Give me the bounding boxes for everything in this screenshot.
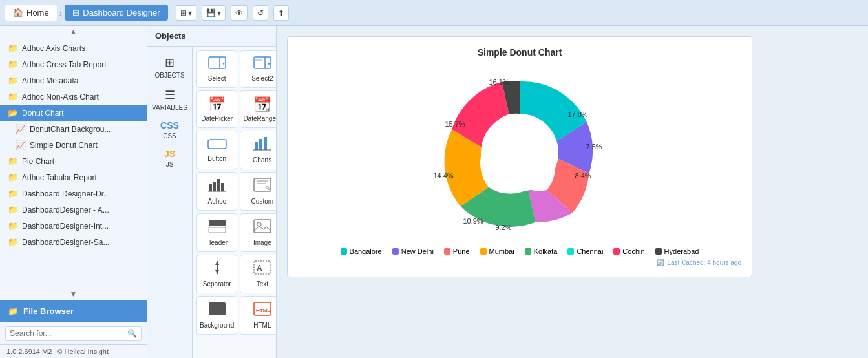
legend-color-pune <box>444 248 450 255</box>
legend-newdelhi: New Delhi <box>392 247 434 255</box>
donut-chart-svg: 17.8% 7.5% 8.4% 9.2% 10.9% 14.4% 15.7% 1… <box>403 65 636 240</box>
file-browser-icon: 📁 <box>8 306 18 316</box>
home-tab[interactable]: 🏠 Home <box>5 5 57 21</box>
button-object[interactable]: Button <box>196 131 237 169</box>
chart-legend: Bangalore New Delhi Pune Mumbai Kolkata <box>298 247 741 255</box>
svg-text:✎: ✎ <box>265 185 270 192</box>
save-tool-button[interactable]: 💾▾ <box>202 5 226 21</box>
header-object[interactable]: Header <box>196 213 237 252</box>
folder-icon: 📁 <box>8 92 18 101</box>
legend-color-cochin <box>613 248 620 255</box>
select-object[interactable]: ▾ Select <box>196 50 237 88</box>
button-icon <box>207 136 227 153</box>
css-icon: CSS <box>160 120 179 131</box>
export-icon: ⬆ <box>278 8 284 17</box>
select2-icon: ▾ <box>253 56 271 73</box>
chart-title: Simple Donut Chart <box>298 47 741 58</box>
separator-object[interactable]: Separator <box>196 255 237 293</box>
scroll-up-button[interactable]: ▲ <box>0 26 147 37</box>
refresh-tool-button[interactable]: ↺ <box>253 5 268 21</box>
cache-note: 🔄 Last Cached: 4 hours ago <box>298 259 741 266</box>
datepicker-icon: 📅 <box>208 96 226 113</box>
svg-text:▾: ▾ <box>222 61 225 67</box>
scroll-down-button[interactable]: ▼ <box>0 288 147 300</box>
save-icon: 💾 <box>206 8 216 17</box>
css-tab[interactable]: CSS CSS <box>150 116 189 143</box>
svg-text:16.1%: 16.1% <box>489 78 509 86</box>
search-icon[interactable]: 🔍 <box>127 329 137 338</box>
dashboard-designer-tab[interactable]: ⊞ Dashboard Designer <box>65 5 167 21</box>
custom-object[interactable]: ✎ Custom <box>240 172 276 211</box>
sidebar-item-adhoc-tabular[interactable]: 📁 Adhoc Tabular Report <box>0 169 147 185</box>
adhoc-object[interactable]: Adhoc <box>196 172 237 211</box>
file-browser-header[interactable]: 📁 File Browser <box>0 300 147 322</box>
open-folder-icon: 📂 <box>8 108 18 118</box>
legend-mumbai: Mumbai <box>480 247 514 255</box>
sidebar-item-dashboard-sa[interactable]: 📁 DashboardDesigner-Sa... <box>0 234 147 250</box>
svg-text:▾: ▾ <box>268 61 270 67</box>
folder-icon: 📁 <box>8 173 18 182</box>
svg-rect-9 <box>259 139 262 150</box>
charts-icon <box>253 136 271 154</box>
objects-tab[interactable]: ⊞ OBJECTS <box>150 52 189 83</box>
objects-grid: ▾ Select ▾ Select2 📅 DatePicker <box>193 47 276 358</box>
cache-icon: 🔄 <box>657 259 664 266</box>
sidebar-item-adhoc-cross-tab[interactable]: 📁 Adhoc Cross Tab Report <box>0 56 147 72</box>
search-input[interactable] <box>10 329 127 338</box>
image-object[interactable]: Image <box>240 213 276 252</box>
background-object[interactable]: Background <box>196 296 237 335</box>
sidebar-item-simple-donut-chart[interactable]: 📈 Simple Donut Chart <box>0 137 147 153</box>
sidebar-item-dashboard-a[interactable]: 📁 DashboardDesigner - A... <box>0 202 147 218</box>
folder-icon: 📁 <box>8 205 18 215</box>
nav-chevron: › <box>59 8 63 18</box>
svg-rect-8 <box>255 142 258 150</box>
preview-tool-button[interactable]: 👁 <box>231 5 248 21</box>
select2-object[interactable]: ▾ Select2 <box>240 50 276 88</box>
svg-text:15.7%: 15.7% <box>445 120 465 128</box>
svg-rect-13 <box>213 182 216 191</box>
legend-pune: Pune <box>444 247 470 255</box>
folder-icon: 📁 <box>8 237 18 247</box>
charts-object[interactable]: Charts <box>240 131 276 169</box>
svg-text:HTML: HTML <box>256 308 270 313</box>
sidebar-item-adhoc-metadata[interactable]: 📁 Adhoc Metadata <box>0 72 147 89</box>
folder-icon: 📁 <box>8 43 18 53</box>
svg-rect-7 <box>208 140 226 149</box>
datepicker-object[interactable]: 📅 DatePicker <box>196 90 237 128</box>
js-tab[interactable]: JS JS <box>150 145 189 172</box>
svg-rect-23 <box>254 220 271 233</box>
js-icon: JS <box>164 149 175 159</box>
chart-icon: 📈 <box>16 140 26 150</box>
refresh-icon: ↺ <box>257 8 264 17</box>
sidebar-item-dashboard-int[interactable]: 📁 DashboardDesigner-Int... <box>0 218 147 234</box>
separator-icon <box>208 260 226 279</box>
text-object[interactable]: A Text <box>240 255 276 293</box>
home-icon: 🏠 <box>13 8 23 17</box>
variables-tab[interactable]: ☰ VARIABLES <box>150 84 189 115</box>
export-tool-button[interactable]: ⬆ <box>273 5 289 21</box>
folder-icon: 📁 <box>8 59 18 69</box>
variables-icon: ☰ <box>165 88 175 102</box>
sidebar-item-adhoc-non-axis[interactable]: 📁 Adhoc Non-Axis Chart <box>0 89 147 105</box>
svg-marker-27 <box>215 270 219 274</box>
svg-rect-21 <box>209 220 226 226</box>
sidebar-item-donut-chart[interactable]: 📂 Donut Chart <box>0 105 147 121</box>
objects-panel: Objects ⊞ OBJECTS ☰ VARIABLES CSS CSS JS <box>147 26 277 358</box>
preview-icon: 👁 <box>235 8 243 17</box>
sidebar-item-adhoc-axis-charts[interactable]: 📁 Adhoc Axis Charts <box>0 40 147 56</box>
layout-tool-button[interactable]: ⊞▾ <box>176 5 196 21</box>
sidebar-item-dashboard-dr[interactable]: 📁 Dashboard Designer-Dr... <box>0 185 147 202</box>
chart-svg-area: 17.8% 7.5% 8.4% 9.2% 10.9% 14.4% 15.7% 1… <box>298 65 741 240</box>
daterange-icon: 📆 <box>253 96 271 113</box>
custom-icon: ✎ <box>253 178 271 196</box>
daterange-object[interactable]: 📆 DateRange... <box>240 90 276 128</box>
svg-text:7.5%: 7.5% <box>586 143 602 151</box>
chart-container: Simple Donut Chart <box>287 36 752 277</box>
image-icon <box>253 219 271 237</box>
sidebar-list: 📁 Adhoc Axis Charts 📁 Adhoc Cross Tab Re… <box>0 37 147 288</box>
svg-rect-12 <box>209 184 212 191</box>
sidebar-item-donutchart-background[interactable]: 📈 DonutChart Backgrou... <box>0 121 147 137</box>
nav-tools: ⊞▾ 💾▾ 👁 ↺ ⬆ <box>176 5 289 21</box>
html-object[interactable]: HTML HTML <box>240 296 276 335</box>
sidebar-item-pie-chart[interactable]: 📁 Pie Chart <box>0 153 147 169</box>
